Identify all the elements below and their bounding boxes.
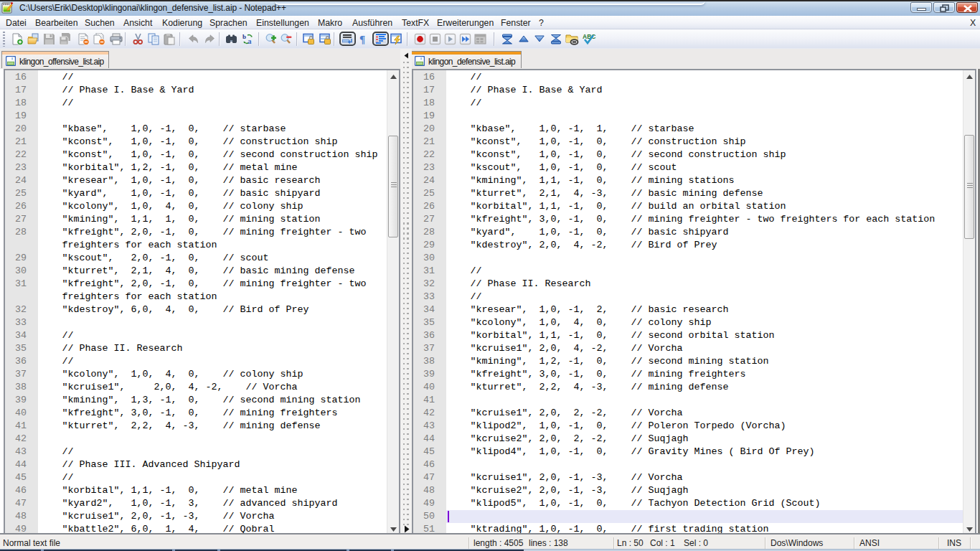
svg-text:b: b — [242, 33, 246, 40]
svg-text:¶: ¶ — [359, 34, 365, 45]
svg-text:a: a — [248, 37, 252, 45]
svg-text:ABC: ABC — [583, 33, 595, 40]
